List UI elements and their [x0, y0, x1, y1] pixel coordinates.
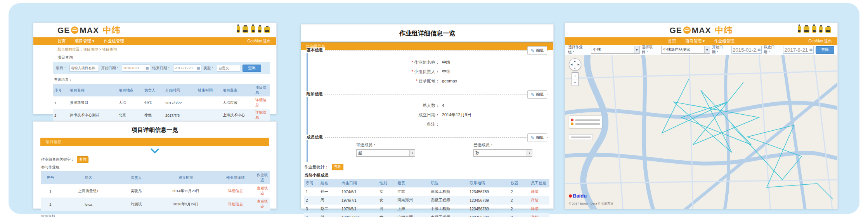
selected-members-select[interactable]: 孙一 ▾	[473, 149, 532, 157]
pan-down-icon[interactable]: ▼	[573, 67, 576, 70]
field-row: *登录账号： geomax	[308, 76, 548, 86]
logout-link[interactable]: GeoMax 退出	[808, 38, 832, 44]
table-link[interactable]: 查看轨迹	[257, 186, 268, 195]
calendar-icon[interactable]: ▦	[146, 66, 149, 70]
panel-track-map: GE MAX 中纬 首页 项目管理 ▾ 作业组管理 GeoMax 退出 选择作业…	[565, 23, 838, 209]
logout-link[interactable]: GeoMax 退出	[247, 38, 271, 44]
table-link[interactable]: 详细信息	[228, 189, 243, 193]
column-header: 开始时间	[164, 84, 196, 96]
calendar-icon[interactable]: ▦	[197, 66, 200, 70]
edit-button-label: 编辑	[536, 92, 544, 97]
map-canvas[interactable]: ▲ ▼ ◀ ▶ + − Ba	[565, 55, 837, 209]
table-cell	[196, 96, 221, 109]
start-date-field: ▦	[122, 65, 150, 72]
project-name-input[interactable]	[69, 65, 99, 72]
table-cell: 付伟	[143, 96, 164, 109]
attachments-link[interactable]: 附件资料	[41, 214, 276, 217]
map-graphics	[565, 55, 837, 209]
map-legend	[569, 116, 602, 128]
edit-basic-button[interactable]: ✎ 编辑	[527, 46, 547, 55]
nav-item-project-management[interactable]: 项目管理 ▾	[75, 38, 94, 44]
field-label: 备注：	[308, 121, 440, 127]
field-value: 中纬	[442, 60, 450, 65]
table-link[interactable]: 详情	[531, 189, 539, 194]
table-link[interactable]: 详情	[531, 215, 539, 217]
pan-left-icon[interactable]: ◀	[570, 63, 572, 66]
pan-up-icon[interactable]: ▲	[573, 60, 576, 62]
field-row: *小组负责人： 中纬	[308, 67, 548, 76]
legend-item	[571, 119, 600, 121]
table-link[interactable]: 详细信息	[228, 202, 243, 206]
table-cell: 中级工程师	[429, 205, 468, 213]
table-cell: 上海测量组1	[60, 184, 117, 198]
workgroup-select[interactable]: 中纬 ▼	[591, 46, 640, 54]
field-row: *作业组名称： 中纬	[308, 58, 548, 67]
end-date-input[interactable]	[783, 47, 809, 53]
logo-ge-text: GE	[57, 26, 70, 35]
zoom-out-button[interactable]: −	[572, 79, 579, 86]
table-link[interactable]: 详细信息	[255, 110, 267, 119]
table-cell: 1	[304, 187, 319, 196]
page-title: 作业组详细信息一览	[301, 30, 553, 38]
table-cell: 详情	[529, 187, 549, 196]
collapse-chevron-icon[interactable]	[151, 145, 159, 154]
orange-marker-icon	[571, 122, 573, 125]
workload-view-button[interactable]: 查看	[332, 164, 343, 170]
members-table: 序号姓名出生日期性别籍贯职位联系电话仪器员工信息 1孙一1974/6/1女江苏高…	[304, 179, 549, 217]
gnss-antenna-icon	[237, 26, 240, 33]
field-row: 总人数： 4	[308, 101, 548, 110]
table-link[interactable]: 查看轨迹	[257, 199, 268, 208]
map-copyright: © 2017 Baidu - Data © 长地万方	[569, 201, 613, 206]
start-date-input[interactable]	[122, 66, 146, 71]
calendar-icon[interactable]: ▦	[809, 48, 813, 52]
select-value: 孙一	[474, 150, 527, 156]
column-header: 序号	[53, 84, 68, 96]
type-input[interactable]	[217, 65, 240, 72]
table-cell: 男	[378, 205, 396, 213]
table-cell: 3	[304, 205, 319, 213]
available-members-select[interactable]: 赵一 ▾	[356, 149, 415, 157]
table-cell: 孙一	[319, 187, 340, 196]
field-label: 总人数：	[308, 103, 440, 108]
nav-item-workgroup-management[interactable]: 作业组管理	[714, 38, 735, 44]
project-select[interactable]: 中纬新产品测试 ▼	[661, 46, 710, 54]
table-link[interactable]: 详情	[531, 206, 539, 211]
search-button[interactable]: 查询	[243, 65, 261, 72]
project-select-label: 选择项目：	[642, 45, 659, 55]
zoom-in-button[interactable]: +	[572, 72, 579, 79]
column-header: 仪器	[509, 179, 529, 187]
gnss-receiver-icon	[812, 26, 816, 33]
section-title: 项目查询	[57, 55, 276, 60]
table-row: 1上海测量组1吴骏凡2014年11月29日详细信息查看轨迹	[41, 184, 270, 198]
nav-item-home[interactable]: 首页	[668, 38, 676, 44]
calendar-icon[interactable]: ▦	[757, 48, 761, 52]
app-header: GE MAX 中纬	[33, 23, 276, 37]
edit-extra-button[interactable]: ✎ 编辑	[527, 90, 547, 99]
nav-item-home[interactable]: 首页	[57, 38, 66, 44]
workgroup-query-line: 作业组查询关键字： 查询	[41, 156, 276, 163]
field-label: *登录账号：	[308, 78, 440, 84]
map-pan-control[interactable]: ▲ ▼ ◀ ▶	[569, 58, 581, 71]
available-members-label: 可选成员：	[356, 142, 415, 148]
nav-item-workgroup-management[interactable]: 作业组管理	[104, 38, 124, 44]
table-link[interactable]: 详情	[531, 198, 539, 202]
edit-members-button[interactable]: ✎ 编辑	[527, 133, 547, 142]
map-search-button[interactable]: 查询	[816, 46, 834, 54]
pan-right-icon[interactable]: ▶	[578, 63, 580, 66]
workgroup-query-button[interactable]: 查询	[77, 156, 88, 163]
column-header: 作业组详情	[217, 171, 255, 184]
end-date-input[interactable]	[173, 66, 197, 71]
table-row: 1滨湖路项目大冶付伟2017/3/22大冶市政详细信息	[53, 96, 270, 109]
survey-equipment-icons	[798, 26, 831, 33]
map-filter-toolbar: 选择作业组： 中纬 ▼ 选择项目： 中纬新产品测试 ▼ 开始日期： ▦ 截止日期…	[565, 45, 837, 55]
table-cell: 上海技术中心	[221, 109, 254, 121]
table-link[interactable]: 详细信息	[255, 98, 267, 107]
table-cell: 2	[53, 109, 68, 121]
theodolite-icon	[258, 26, 262, 33]
table-row: 2周一1976/7/1女河南郑州高级工程师1234567892详情	[304, 196, 549, 205]
pencil-icon: ✎	[531, 92, 534, 97]
field-label: *作业组名称：	[308, 60, 440, 65]
column-header: 项目地点	[117, 84, 143, 96]
nav-item-project-management[interactable]: 项目管理 ▾	[685, 38, 705, 44]
start-date-input[interactable]	[732, 47, 757, 53]
